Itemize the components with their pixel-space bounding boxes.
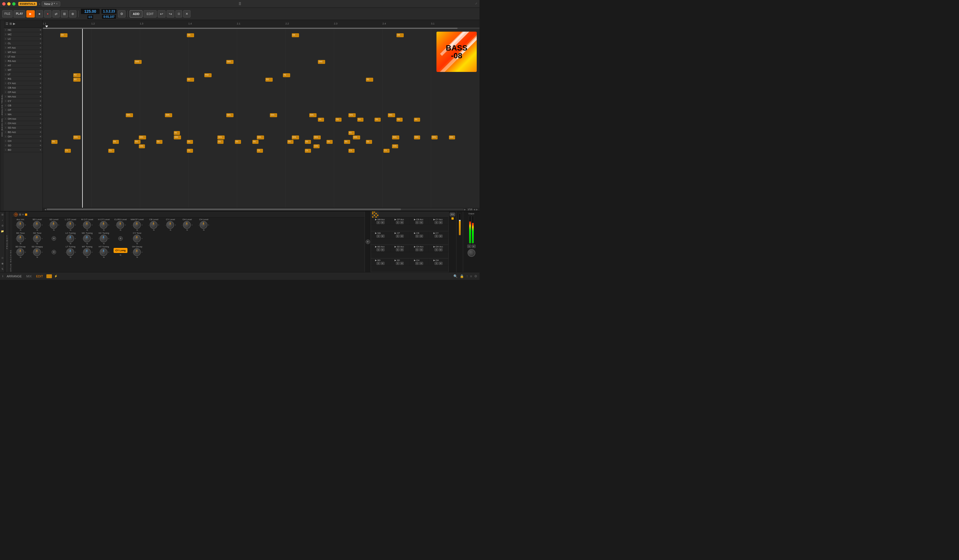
knob-plus-button[interactable]: + xyxy=(141,251,143,253)
mute-button[interactable]: M xyxy=(400,248,404,251)
knob-minus-button[interactable]: - xyxy=(98,224,99,226)
volume-fader-track[interactable] xyxy=(459,213,461,235)
knob-reset-arrows[interactable]: ⇆ xyxy=(186,229,188,231)
knob-control[interactable] xyxy=(116,221,124,229)
solo-button[interactable]: S xyxy=(415,262,419,265)
knob-reset-arrows[interactable]: ⇆ xyxy=(86,229,88,231)
knob-reset-arrows[interactable]: ⇆ xyxy=(70,229,72,231)
fader-handle[interactable] xyxy=(459,220,461,221)
knob-control[interactable] xyxy=(33,221,41,229)
solo-button[interactable]: S xyxy=(435,248,438,251)
zoom-out-icon[interactable]: ◄ xyxy=(473,208,476,211)
play-channel-button[interactable]: ▶ xyxy=(433,259,435,261)
pattern-block[interactable]: G#1 xyxy=(126,113,133,117)
knob-minus-button[interactable]: - xyxy=(198,224,199,226)
loop-toggle-button[interactable]: ⇄ xyxy=(53,10,60,18)
list-icon[interactable]: ☰ xyxy=(6,22,8,25)
knob-control[interactable] xyxy=(16,221,24,229)
track-row[interactable]: 1 CB Acc ◄ xyxy=(4,86,43,90)
track-row[interactable]: 1 LC ◄ xyxy=(4,37,43,41)
knob-control[interactable] xyxy=(66,248,74,256)
solo-button[interactable]: S xyxy=(396,235,400,238)
pattern-block[interactable]: C1 xyxy=(349,149,355,153)
settings-bottom-icon[interactable]: ⚡ xyxy=(54,275,57,278)
pattern-block[interactable]: D1 xyxy=(287,140,293,144)
pattern-block[interactable]: E2 xyxy=(366,78,373,82)
routing-button[interactable]: ⊗ xyxy=(69,10,76,18)
track-row[interactable]: 1 CH ◄ xyxy=(4,139,43,143)
pattern-block[interactable]: F#2 xyxy=(204,73,212,77)
mute-button[interactable]: M xyxy=(400,235,404,238)
track-row[interactable]: 1 MC ◄ xyxy=(4,32,43,37)
play-label-button[interactable]: PLAY xyxy=(14,10,25,18)
add-button[interactable]: ADD xyxy=(130,10,142,18)
track-row[interactable]: 1 BD Acc ◄ xyxy=(4,130,43,134)
midi-button[interactable]: ⊡ xyxy=(175,10,182,18)
knob-reset-arrows[interactable]: ⇆ xyxy=(153,229,155,231)
track-row[interactable]: 1 CP ◄ xyxy=(4,108,43,112)
file-button[interactable]: FILE xyxy=(2,10,13,18)
solo-button[interactable]: S xyxy=(415,248,419,251)
pattern-block[interactable]: G1 xyxy=(318,118,324,122)
knob-plus-button[interactable]: + xyxy=(141,224,143,226)
knob-reset-arrows[interactable]: ⇆ xyxy=(203,229,205,231)
active-tab[interactable]: New 2 * × xyxy=(41,2,60,6)
knob-reset-arrows[interactable]: ⇆ xyxy=(86,256,88,258)
knob-plus-button[interactable]: + xyxy=(108,251,109,253)
knob-plus-button[interactable]: + xyxy=(175,224,176,226)
mute-button[interactable]: M xyxy=(419,262,423,265)
arrange-view-button[interactable]: ARRANGE xyxy=(6,274,23,278)
knob-minus-button[interactable]: - xyxy=(182,224,182,226)
horizontal-scrollbar[interactable]: ◄ ► 1/16 ◄ ► xyxy=(43,208,480,211)
knob-reset-arrows[interactable]: ⇆ xyxy=(37,243,38,245)
pattern-block[interactable]: D#1 xyxy=(139,135,146,139)
grid-btn-2[interactable]: ≡ xyxy=(22,213,24,216)
knob-control[interactable] xyxy=(133,248,141,256)
track-row[interactable]: 1 RS Acc ◄ xyxy=(4,59,43,63)
track-row[interactable]: 1 HT Acc ◄ xyxy=(4,46,43,50)
pattern-block[interactable]: D1 xyxy=(134,140,140,144)
mute-button[interactable]: M xyxy=(400,221,404,224)
knob-plus-button[interactable]: + xyxy=(25,224,26,226)
knob-reset-arrows[interactable]: ⇆ xyxy=(86,243,88,245)
knob-minus-button[interactable]: - xyxy=(48,224,49,226)
track-row[interactable]: 1 RS ◄ xyxy=(4,76,43,81)
redo-button[interactable]: ↪ xyxy=(167,10,174,18)
track-row[interactable]: 1 SD ◄ xyxy=(4,143,43,148)
play-channel-button[interactable]: ▶ xyxy=(395,259,396,261)
settings-gear-icon[interactable]: ⚙ xyxy=(474,274,477,278)
knob-reset-arrows[interactable]: ⇆ xyxy=(37,256,38,258)
knob-plus-button[interactable]: + xyxy=(75,224,76,226)
pattern-block[interactable]: C#1 xyxy=(392,144,398,148)
knob-plus-button[interactable]: + xyxy=(108,224,109,226)
knob-control[interactable] xyxy=(16,248,24,256)
mute-button[interactable]: M xyxy=(381,221,384,224)
solo-button[interactable]: S xyxy=(376,235,380,238)
time-sig-display[interactable]: 4/4 xyxy=(87,15,94,19)
pattern-block[interactable]: E1 xyxy=(349,131,355,135)
pattern-block[interactable]: D3 xyxy=(60,33,67,37)
solo-output-button[interactable]: S xyxy=(467,245,471,248)
minimize-button[interactable] xyxy=(7,2,11,6)
settings-button[interactable]: ⚙ xyxy=(118,10,126,18)
knob-minus-button[interactable]: - xyxy=(98,251,99,253)
knob-control[interactable] xyxy=(200,221,207,229)
pattern-block[interactable]: D1 xyxy=(187,140,193,144)
pattern-block[interactable]: G#1 xyxy=(226,113,234,117)
mute-output-button[interactable]: M xyxy=(472,245,476,248)
knob-minus-button[interactable]: - xyxy=(32,237,32,240)
knob-plus-button[interactable]: + xyxy=(91,224,93,226)
undo-button[interactable]: ↩ xyxy=(158,10,166,18)
plugin2-icon[interactable]: ◉ xyxy=(0,261,5,266)
pattern-block[interactable]: F2 xyxy=(283,73,290,77)
stop-button[interactable]: ■ xyxy=(36,10,43,18)
fullscreen-icon[interactable]: ⤢ xyxy=(475,2,477,5)
track-row[interactable]: 1 BD ◄ xyxy=(4,148,43,152)
search-icon[interactable]: 🔍 xyxy=(453,274,457,278)
grid-btn-1[interactable]: ⊞ xyxy=(19,213,21,216)
solo-button[interactable]: S xyxy=(396,262,400,265)
knob-minus-button[interactable]: - xyxy=(132,251,132,253)
pattern-block[interactable]: D#1 xyxy=(432,135,438,139)
pattern-block[interactable]: G#1 xyxy=(270,113,277,117)
knob-minus-button[interactable]: - xyxy=(98,237,99,240)
